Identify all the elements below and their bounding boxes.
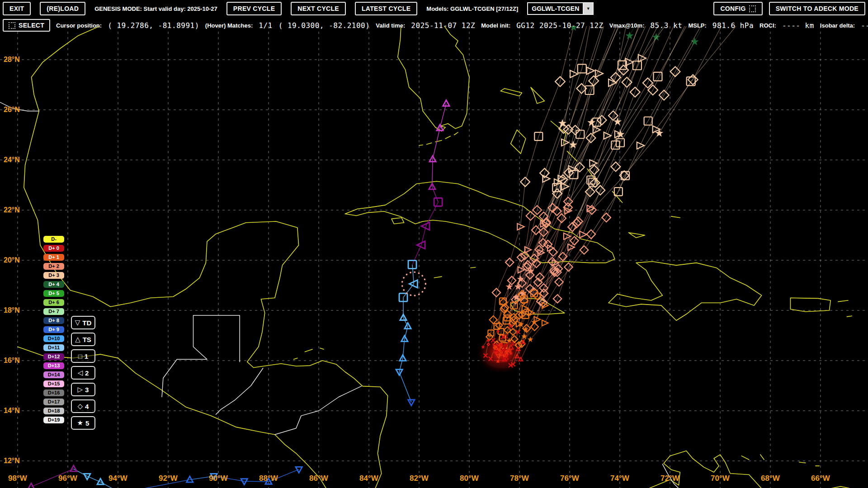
intensity-symbol-label: 4 [85, 403, 89, 410]
models-label: Models: GGLWL-TCGEN [27/12Z] [426, 5, 518, 12]
day-legend-chip[interactable]: D+ 3 [43, 272, 64, 279]
mslp-value: 981.6 hPa [712, 21, 754, 30]
isobar-delta-label: Isobar delta: [820, 22, 855, 29]
status-bar: SELECT Cursor position: ( 19.2786, -81.8… [3, 19, 868, 32]
reload-button[interactable]: (RE)LOAD [40, 2, 85, 15]
day-legend-chip[interactable]: D+19 [43, 417, 64, 423]
svg-text:68°W: 68°W [761, 474, 780, 483]
hovered-model-track [396, 100, 449, 406]
isobar-delta-value: --- hPa [861, 21, 868, 30]
day-legend-chip[interactable]: D+ 7 [43, 308, 64, 315]
switch-adeck-button[interactable]: SWITCH TO ADECK MODE [769, 2, 865, 15]
symbol-legend-4[interactable]: ◇4 [71, 399, 95, 413]
svg-text:20°N: 20°N [4, 256, 20, 264]
valid-time-label: Valid time: [376, 22, 405, 29]
valid-time-value: 2025-11-07 12Z [411, 21, 475, 30]
config-button[interactable]: CONFIG [713, 2, 762, 15]
svg-text:70°W: 70°W [711, 474, 730, 483]
svg-text:28°N: 28°N [4, 56, 20, 63]
gear-icon [749, 5, 756, 12]
mslp-label: MSLP: [688, 22, 706, 29]
prev-cycle-button[interactable]: PREV CYCLE [226, 2, 282, 15]
day-legend-chip[interactable]: D+ 9 [43, 326, 64, 333]
app-window: { "toolbar": { "exit": "EXIT", "reload":… [0, 0, 868, 488]
day-legend-chip[interactable]: D+10 [43, 335, 64, 342]
symbol-legend-2[interactable]: ◁2 [71, 366, 95, 380]
svg-text:24°N: 24°N [4, 156, 20, 164]
hover-matches-position: ( 19.0300, -82.2100) [278, 21, 370, 30]
svg-text:90°W: 90°W [209, 474, 228, 483]
day-legend-chip[interactable]: D+15 [43, 380, 64, 387]
svg-text:80°W: 80°W [460, 474, 479, 483]
grid-lines [0, 26, 868, 488]
day-legend-chip[interactable]: D+ 2 [43, 263, 64, 270]
intensity-symbol-icon: ◇ [78, 402, 83, 410]
intensity-symbol-label: TS [83, 336, 91, 343]
coastlines [18, 26, 852, 488]
day-legend-chip[interactable]: D+16 [43, 389, 64, 396]
svg-text:12°N: 12°N [4, 457, 20, 465]
select-icon [9, 22, 15, 29]
model-dropdown[interactable]: GGLWL-TCGEN ▼ [527, 2, 594, 15]
model-init-label: Model init: [481, 22, 510, 29]
genesis-mode-label: GENESIS MODE: Start valid day: 2025-10-2… [94, 5, 217, 12]
svg-text:86°W: 86°W [309, 474, 329, 483]
symbol-legend-td[interactable]: ▽TD [71, 316, 95, 329]
svg-text:98°W: 98°W [8, 474, 28, 483]
symbol-legend-3[interactable]: ▷3 [71, 383, 95, 396]
roci-label: ROCI: [760, 22, 776, 29]
day-legend-chip[interactable]: D+18 [43, 408, 64, 414]
hover-matches-label: (Hover) Matches: [205, 22, 253, 29]
hover-matches-value: 1/1 [259, 21, 272, 30]
intensity-symbol-icon: ★ [77, 419, 83, 427]
intensity-symbol-icon: △ [75, 335, 80, 343]
day-legend-chip[interactable]: D+ 0 [43, 245, 64, 252]
intensity-symbol-icon: □ [78, 352, 82, 360]
svg-text:72°W: 72°W [660, 474, 680, 483]
day-color-legend: D-D+ 0D+ 1D+ 2D+ 3D+ 4D+ 5D+ 6D+ 7D+ 8D+… [43, 236, 64, 426]
symbol-legend-ts[interactable]: △TS [71, 333, 95, 346]
symbol-legend-1[interactable]: □1 [71, 349, 95, 363]
intensity-symbol-icon: ▷ [78, 385, 83, 394]
svg-text:76°W: 76°W [560, 474, 580, 483]
exit-button[interactable]: EXIT [3, 2, 31, 15]
svg-text:82°W: 82°W [410, 474, 429, 483]
day-legend-chip[interactable]: D+ 1 [43, 254, 64, 261]
model-init-value: GG12 2025-10-27 12Z [516, 21, 604, 30]
svg-text:74°W: 74°W [610, 474, 630, 483]
svg-text:84°W: 84°W [359, 474, 379, 483]
svg-text:18°N: 18°N [4, 306, 20, 314]
svg-text:16°N: 16°N [4, 357, 20, 364]
day-legend-chip[interactable]: D+12 [43, 353, 64, 360]
day-legend-chip[interactable]: D+ 4 [43, 281, 64, 288]
day-legend-chip[interactable]: D+ 5 [43, 290, 64, 297]
day-legend-chip[interactable]: D+ 6 [43, 299, 64, 306]
svg-text:14°N: 14°N [4, 407, 20, 414]
day-legend-chip[interactable]: D+11 [43, 344, 64, 351]
map-canvas[interactable]: 28°N26°N24°N22°N20°N18°N16°N14°N12°N98°W… [0, 0, 868, 488]
svg-text:22°N: 22°N [4, 206, 20, 214]
cursor-position-value: ( 19.2786, -81.8991) [108, 21, 199, 30]
day-legend-chip[interactable]: D- [43, 236, 64, 243]
intensity-symbol-label: 5 [85, 419, 89, 427]
intensity-symbol-legend: ▽TD△TS□1◁2▷3◇4★5 [71, 316, 95, 433]
model-dropdown-value: GGLWL-TCGEN [528, 3, 583, 14]
day-legend-chip[interactable]: D+17 [43, 399, 64, 405]
chevron-down-icon[interactable]: ▼ [583, 3, 593, 14]
svg-text:26°N: 26°N [4, 106, 20, 113]
toolbar-right: CONFIG SWITCH TO ADECK MODE [713, 2, 865, 15]
map-layers [0, 0, 868, 488]
intensity-symbol-icon: ▽ [75, 319, 80, 327]
day-legend-chip[interactable]: D+13 [43, 362, 64, 369]
select-button[interactable]: SELECT [3, 19, 50, 32]
day-legend-chip[interactable]: D+14 [43, 371, 64, 378]
intensity-symbol-label: 1 [85, 352, 88, 360]
next-cycle-button[interactable]: NEXT CYCLE [291, 2, 346, 15]
day-legend-chip[interactable]: D+ 8 [43, 317, 64, 324]
svg-text:78°W: 78°W [510, 474, 529, 483]
symbol-legend-5[interactable]: ★5 [71, 416, 95, 430]
svg-text:66°W: 66°W [811, 474, 830, 483]
svg-text:96°W: 96°W [58, 474, 78, 483]
latest-cycle-button[interactable]: LATEST CYCLE [355, 2, 417, 15]
vmax-value: 85.3 kt [650, 21, 682, 30]
